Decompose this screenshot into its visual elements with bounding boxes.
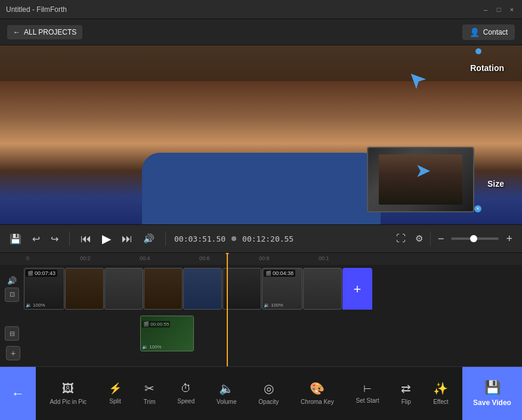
split-label: Split <box>109 398 121 405</box>
track1-controls: 🔊 ⊡ <box>0 276 24 302</box>
contact-button[interactable]: 👤 Contact <box>462 24 515 40</box>
skip-to-start-button[interactable]: ⏮ <box>78 230 94 248</box>
back-nav-icon: ← <box>11 386 24 402</box>
rotation-label: Rotation <box>470 63 504 73</box>
timeline-ruler: 0 00:2 00:4 00:6 00:8 00:1 <box>0 253 522 265</box>
speed-label: Speed <box>177 398 194 405</box>
volume-tool-icon: 🔈 <box>219 381 234 396</box>
opacity-icon: ◎ <box>264 381 274 396</box>
trim-icon: ✂ <box>144 381 155 396</box>
all-projects-button[interactable]: ALL PROJECTS <box>7 25 82 39</box>
add-clip-button[interactable]: + <box>342 268 372 310</box>
track-audio-icon: 🔊 <box>7 276 17 285</box>
pip-volume: 🔉 100% <box>142 344 162 350</box>
save-video-icon: 💾 <box>484 380 501 396</box>
volume-tool[interactable]: 🔈 Volume <box>212 378 241 409</box>
opacity-tool[interactable]: ◎ Opacity <box>254 378 283 409</box>
add-pic-in-pic-tool[interactable]: 🖼 Add Pic in Pic <box>45 379 91 409</box>
set-start-icon: ⊢ <box>363 383 372 394</box>
skip-to-end-button[interactable]: ⏭ <box>119 230 135 248</box>
speed-icon: ⏱ <box>181 382 191 395</box>
video-clip-1[interactable]: 🎬 00:07:43 🔉 100% <box>24 268 64 310</box>
video-clip-5[interactable] <box>183 268 222 310</box>
speed-tool[interactable]: ⏱ Speed <box>172 379 199 408</box>
ruler-inner: 0 00:2 00:4 00:6 00:8 00:1 <box>26 253 522 265</box>
volume-button[interactable]: 🔊 <box>141 231 157 246</box>
add-track-button[interactable]: + <box>6 346 20 360</box>
toolbar-tools-container: 🖼 Add Pic in Pic ⚡ Split ✂ Trim ⏱ Speed … <box>36 367 462 420</box>
size-label: Size <box>487 179 504 189</box>
video-clip-8[interactable] <box>303 268 342 310</box>
clip7-icon: 🎬 <box>265 271 271 276</box>
maximize-button[interactable]: □ <box>495 5 503 14</box>
size-handle[interactable]: ✕ <box>474 205 481 212</box>
add-pic-label: Add Pic in Pic <box>50 399 87 406</box>
undo-button[interactable]: ↩ <box>30 231 42 247</box>
set-start-label: Set Start <box>356 397 379 404</box>
track2-controls: ⊟ <box>0 326 24 341</box>
top-navigation-bar: ALL PROJECTS 👤 Contact <box>0 19 522 45</box>
chroma-key-tool[interactable]: 🎨 Chroma Key <box>296 378 339 409</box>
title-bar: Untitled - FilmForth – □ × <box>0 0 522 19</box>
timeline-area: 0 00:2 00:4 00:6 00:8 00:1 🔊 ⊡ 🎬 00:07:4… <box>0 253 522 372</box>
set-start-tool[interactable]: ⊢ Set Start <box>351 380 384 407</box>
video-bg-top <box>0 45 522 81</box>
transport-controls-bar: 💾 ↩ ↪ ⏮ ▶ ⏭ 🔊 00:03:51.50 00:12:20.55 ⛶ … <box>0 224 522 253</box>
save-project-button[interactable]: 💾 <box>7 231 24 247</box>
back-arrow-icon <box>13 28 20 36</box>
flip-label: Flip <box>401 399 411 406</box>
fullscreen-button[interactable]: ⛶ <box>394 231 408 246</box>
pip-duration: 00:00:55 <box>150 322 169 327</box>
save-video-button[interactable]: 💾 Save Video <box>462 367 522 420</box>
minimize-button[interactable]: – <box>481 5 490 14</box>
clip7-label: 🎬 00:04:38 <box>264 270 295 277</box>
chroma-key-icon: 🎨 <box>310 381 325 396</box>
clip1-vol-icon: 🔉 <box>26 302 32 308</box>
video-clip-4[interactable] <box>144 268 183 310</box>
play-button[interactable]: ▶ <box>100 229 113 248</box>
zoom-in-button[interactable]: + <box>504 230 515 248</box>
split-tool[interactable]: ⚡ Split <box>104 379 126 408</box>
add-pic-icon: 🖼 <box>62 382 74 396</box>
close-button[interactable]: × <box>508 5 516 14</box>
zoom-slider-thumb <box>470 235 477 242</box>
flip-tool[interactable]: ⇄ Flip <box>396 378 416 409</box>
save-video-label: Save Video <box>473 399 511 407</box>
video-clips-container: 🎬 00:07:43 🔉 100% 🎬 <box>24 268 522 310</box>
ruler-mark-2: 00:2 <box>80 255 91 261</box>
video-clip-7[interactable]: 🎬 00:04:38 🔉 100% <box>262 268 302 310</box>
pip-clip-icon: 🎬 <box>143 322 149 327</box>
effect-tool[interactable]: ✨ Effect <box>428 378 453 409</box>
size-handle-icon: ✕ <box>476 206 480 211</box>
video-clip-6[interactable] <box>223 268 261 310</box>
clip7-volume: 🔉 100% <box>264 302 283 308</box>
video-clip-2[interactable] <box>65 268 104 310</box>
time-separator-dot <box>231 236 236 241</box>
clip1-duration: 00:07:43 <box>35 270 55 276</box>
ruler-mark-1: 00:1 <box>319 255 329 261</box>
main-video-track: 🔊 ⊡ 🎬 00:07:43 🔉 100% <box>0 265 522 313</box>
trim-tool[interactable]: ✂ Trim <box>139 378 160 409</box>
ruler-mark-4: 00:4 <box>140 255 150 261</box>
pip-vol-icon: 🔉 <box>142 344 148 350</box>
video-clip-3[interactable] <box>104 268 143 310</box>
current-time-display: 00:03:51.50 <box>174 234 226 243</box>
zoom-out-button[interactable]: − <box>435 230 447 248</box>
window-title: Untitled - FilmForth <box>6 5 67 14</box>
video-preview-area: ➤ Rotation ➤ ✕ Size <box>0 45 522 224</box>
settings-button[interactable]: ⚙ <box>413 231 425 246</box>
divider2 <box>165 231 166 246</box>
ruler-mark-6: 00:6 <box>199 255 210 261</box>
effect-icon: ✨ <box>433 381 448 396</box>
redo-button[interactable]: ↪ <box>48 231 61 247</box>
flip-icon: ⇄ <box>401 381 411 396</box>
zoom-slider[interactable] <box>451 237 499 240</box>
rotation-handle[interactable] <box>475 48 481 54</box>
bottom-toolbar: ← 🖼 Add Pic in Pic ⚡ Split ✂ Trim ⏱ Spee… <box>0 366 522 420</box>
window-controls: – □ × <box>481 5 516 14</box>
back-navigation-button[interactable]: ← <box>0 367 36 420</box>
clip1-volume: 🔉 100% <box>26 302 45 308</box>
pip-clips-container: 🎬 00:00:55 🔉 100% <box>24 314 522 353</box>
pip-clip[interactable]: 🎬 00:00:55 🔉 100% <box>140 316 194 351</box>
divider <box>69 231 70 246</box>
